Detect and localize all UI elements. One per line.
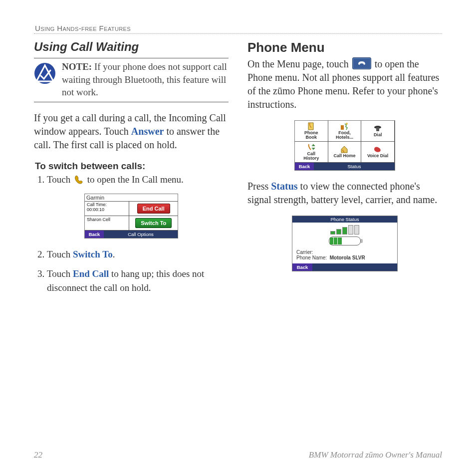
scr-title: Garmin xyxy=(85,194,178,202)
text: . xyxy=(113,249,115,259)
page-footer: 22 BMW Motorrad zūmo Owner's Manual xyxy=(34,450,442,460)
food-hotels-icon xyxy=(340,122,349,130)
svg-rect-2 xyxy=(341,125,344,130)
call-time-cell: Call Time: 00:00:10 xyxy=(85,202,129,216)
text: Touch xyxy=(47,268,73,279)
label: Food, Hotels... xyxy=(336,131,353,140)
phone-name-value: Motorola SLVR xyxy=(330,255,365,260)
call-history-icon xyxy=(307,143,316,151)
call-options-button[interactable]: Call Options xyxy=(104,231,178,238)
dial-icon xyxy=(373,124,382,132)
call-home-icon xyxy=(340,145,349,153)
phone-book-icon xyxy=(307,122,316,130)
note-text: NOTE: If your phone does not support cal… xyxy=(62,60,229,99)
end-call-button[interactable]: End Call xyxy=(137,204,170,214)
menu-phone-book[interactable]: Phone Book xyxy=(295,121,328,142)
manual-title: BMW Motorrad zūmo Owner's Manual xyxy=(309,450,442,460)
footer-spacer xyxy=(312,263,397,271)
end-call-keyword: End Call xyxy=(73,268,109,279)
status-keyword: Status xyxy=(271,181,297,192)
text: Touch xyxy=(47,249,73,259)
phone-status-screenshot: Phone Status Carrier: Phone Name: Motoro… xyxy=(292,216,398,271)
status-paragraph: Press Status to view the connected phone… xyxy=(247,180,442,207)
menu-voice-dial[interactable]: Voice Dial xyxy=(361,142,395,163)
switch-to-keyword: Switch To xyxy=(73,249,113,259)
answer-keyword: Answer xyxy=(131,126,164,137)
switch-calls-steps-cont: Touch Switch To. Touch End Call to hang … xyxy=(34,247,229,295)
step-2: Touch Switch To. xyxy=(47,247,229,262)
call-waiting-paragraph: If you get a call during a call, the Inc… xyxy=(34,111,229,152)
end-call-cell: End Call xyxy=(129,202,178,216)
back-button[interactable]: Back xyxy=(85,231,104,238)
call-time-value: 00:00:10 xyxy=(87,207,104,212)
in-call-figure: Garmin Call Time: 00:00:10 End Call Shar… xyxy=(34,194,229,238)
note-label: NOTE: xyxy=(62,61,92,72)
phone-menu-grid: Phone Book Food, Hotels... Dial Call His… xyxy=(295,121,395,163)
scr-footer: Back Status xyxy=(295,163,395,170)
status-button[interactable]: Status xyxy=(337,163,372,170)
svg-point-3 xyxy=(346,123,348,125)
switch-to-cell: Switch To xyxy=(129,216,178,231)
phone-status-figure: Phone Status Carrier: Phone Name: Motoro… xyxy=(247,216,442,271)
text: to open the In Call menu. xyxy=(85,174,184,185)
menu-call-history[interactable]: Call History xyxy=(295,142,328,163)
label: Dial xyxy=(374,133,382,137)
right-column: Phone Menu On the Menu page, touch to op… xyxy=(247,39,442,300)
back-button[interactable]: Back xyxy=(292,263,312,271)
two-column-layout: Using Call Waiting NOTE: If your phone d… xyxy=(34,39,442,300)
menu-dial[interactable]: Dial xyxy=(361,121,395,142)
status-title: Phone Status xyxy=(292,216,397,223)
phone-menu-paragraph: On the Menu page, touch to open the Phon… xyxy=(247,57,442,111)
switch-calls-steps: Touch to open the In Call menu. xyxy=(34,173,229,187)
footer-spacer xyxy=(314,163,337,170)
battery-icon xyxy=(329,237,361,245)
caller-cell: Sharon Cell xyxy=(85,216,129,231)
label: Voice Dial xyxy=(367,154,388,158)
label: Call Home xyxy=(333,154,355,158)
text: Press xyxy=(247,181,271,192)
step-1: Touch to open the In Call menu. xyxy=(47,173,229,187)
in-call-screenshot: Garmin Call Time: 00:00:10 End Call Shar… xyxy=(84,194,178,238)
scr-footer: Back Call Options xyxy=(85,231,178,238)
voice-dial-icon xyxy=(373,145,382,153)
status-content: Carrier: Phone Name: Motorola SLVR xyxy=(292,223,397,261)
section-heading-phone-menu: Phone Menu xyxy=(247,40,442,55)
carrier-label: Carrier: xyxy=(296,249,313,255)
signal-strength-icon xyxy=(327,226,362,235)
running-head: Using Hands-free Features xyxy=(34,24,442,34)
scr-footer: Back xyxy=(292,263,397,271)
note-triangle-icon xyxy=(34,62,56,84)
handset-icon xyxy=(74,175,84,185)
menu-food-hotels[interactable]: Food, Hotels... xyxy=(328,121,362,142)
text: Touch xyxy=(47,174,73,185)
switch-to-button[interactable]: Switch To xyxy=(135,218,172,228)
section-heading-call-waiting: Using Call Waiting xyxy=(34,40,229,54)
page-number: 22 xyxy=(34,450,42,460)
text: On the Menu page, touch xyxy=(247,58,351,69)
step-3: Touch End Call to hang up; this does not… xyxy=(47,267,229,295)
phone-menu-figure: Phone Book Food, Hotels... Dial Call His… xyxy=(247,120,442,171)
left-column: Using Call Waiting NOTE: If your phone d… xyxy=(34,39,229,300)
footer-spacer xyxy=(372,163,395,170)
note-block: NOTE: If your phone does not support cal… xyxy=(34,58,229,102)
label: Phone Book xyxy=(304,131,318,140)
phone-button-icon xyxy=(352,57,371,69)
menu-call-home[interactable]: Call Home xyxy=(328,142,362,163)
switch-calls-subheading: To switch between calls: xyxy=(35,161,229,172)
svg-rect-5 xyxy=(376,127,379,131)
label: Call History xyxy=(303,152,319,161)
phone-name-label: Phone Name: xyxy=(296,255,327,260)
back-button[interactable]: Back xyxy=(295,163,314,170)
phone-menu-screenshot: Phone Book Food, Hotels... Dial Call His… xyxy=(294,120,395,171)
